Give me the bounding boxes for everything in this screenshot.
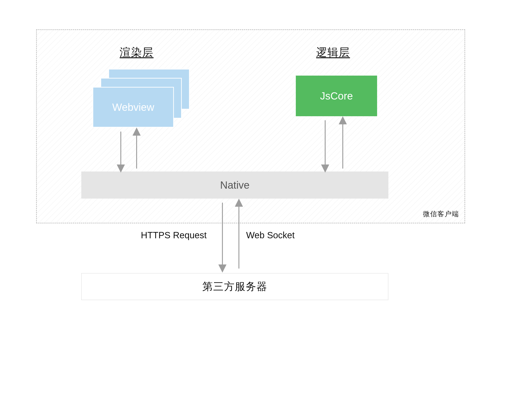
logic-layer-title: 逻辑层 (316, 45, 350, 60)
render-layer-title: 渲染层 (120, 45, 153, 60)
third-party-server-box: 第三方服务器 (81, 273, 388, 300)
web-socket-label: Web Socket (246, 230, 295, 240)
arrows-webview-native (113, 130, 145, 170)
https-request-label: HTTPS Request (134, 230, 207, 240)
webview-label: Webview (93, 88, 173, 127)
arrows-native-server (212, 201, 248, 271)
jscore-box: JsCore (296, 76, 377, 116)
webview-card-front: Webview (93, 87, 174, 128)
client-caption: 微信客户端 (423, 209, 459, 219)
native-label: Native (220, 179, 249, 191)
diagram-canvas: 微信客户端 渲染层 逻辑层 Webview JsCore Native 第三方服… (0, 0, 532, 394)
native-box: Native (81, 171, 388, 199)
server-label: 第三方服务器 (202, 280, 267, 294)
arrows-jscore-native (316, 119, 352, 170)
jscore-label: JsCore (320, 90, 353, 102)
